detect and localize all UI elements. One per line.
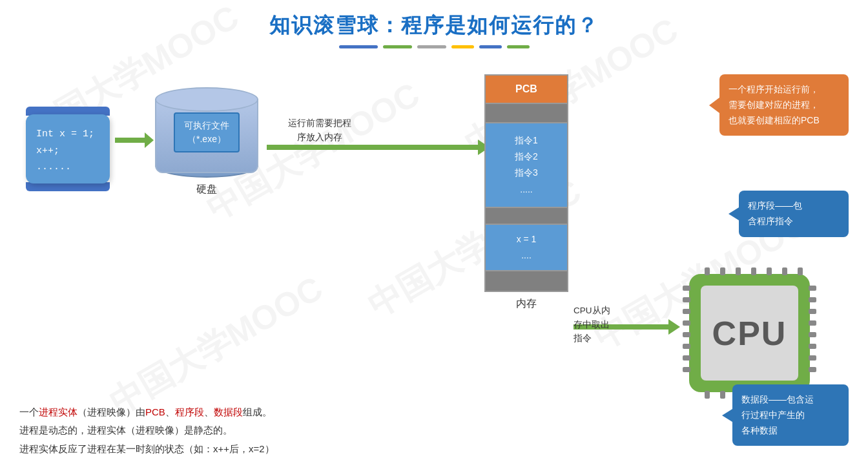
- bar-seg-6: [507, 45, 530, 48]
- callout-program-segment: 程序段——包含程序指令: [739, 191, 849, 237]
- cpu-note-line3: 指令: [574, 331, 610, 346]
- bar-seg-5: [479, 45, 502, 48]
- callout-pcb: 一个程序开始运行前，需要创建对应的进程，也就要创建相应的PCB: [719, 74, 849, 136]
- pin-r1: [809, 286, 816, 291]
- pin-l6: [683, 344, 690, 349]
- pin-r8: [809, 367, 816, 372]
- bt-prog-seg: 程序段: [175, 406, 204, 417]
- cpu-chip-wrap: CPU: [689, 274, 810, 392]
- memory-wrap: PCB 指令1 指令2 指令3 ..... x = 1 .... 内存: [484, 74, 568, 311]
- cyl-top: [155, 87, 258, 112]
- mem-pcb: PCB: [486, 76, 567, 104]
- memory-block: PCB 指令1 指令2 指令3 ..... x = 1 ....: [484, 74, 568, 292]
- mem-instructions: 指令1 指令2 指令3 .....: [486, 123, 567, 208]
- callout-data-segment: 数据段——包含运行过程中产生的各种数据: [732, 384, 849, 446]
- pin-t2: [720, 267, 725, 275]
- bar-seg-1: [339, 45, 378, 48]
- pin-t1: [705, 267, 710, 275]
- cpu-pins-top: [705, 267, 803, 275]
- pin-l7: [683, 355, 690, 361]
- pin-b1: [705, 391, 710, 399]
- pin-l2: [683, 297, 690, 302]
- bar-seg-3: [417, 45, 446, 48]
- pin-l4: [683, 320, 690, 326]
- bottom-text: 一个进程实体（进程映像）由PCB、程序段、数据段组成。 进程是动态的，进程实体（…: [19, 403, 274, 459]
- bt-suf: 组成。: [243, 406, 272, 417]
- cylinder: 可执行文件 （*.exe）: [155, 87, 258, 178]
- run-note: 运行前需要把程序放入内存: [287, 116, 352, 144]
- bar-seg-4: [451, 45, 474, 48]
- data-2: ....: [491, 247, 562, 264]
- mem-gray-bot: [486, 271, 567, 291]
- mem-data: x = 1 ....: [486, 225, 567, 271]
- instr-2: 指令2: [491, 149, 562, 165]
- code-line3: ......: [36, 159, 99, 176]
- scroll-body: Int x = 1; x++; ......: [26, 114, 110, 183]
- code-text: Int x = 1; x++; ......: [36, 126, 99, 176]
- scroll-curl-bottom: [26, 182, 110, 191]
- pin-l3: [683, 309, 690, 314]
- pin-l8: [683, 367, 690, 372]
- instr-1: 指令1: [491, 132, 562, 149]
- bt-mid2: 、: [165, 406, 175, 417]
- pin-r3: [809, 309, 816, 314]
- cpu-pins-right: [809, 286, 816, 372]
- cpu-pins-left: [683, 286, 690, 372]
- callout-prog-text: 程序段——包含程序指令: [748, 200, 802, 226]
- bt-pre: 一个: [19, 406, 39, 417]
- main-content: Int x = 1; x++; ...... 可执行文件 （*.exe） 硬盘: [0, 55, 868, 471]
- callout-pcb-text: 一个程序开始运行前，需要创建对应的进程，也就要创建相应的PCB: [728, 84, 820, 125]
- bottom-line2: 进程是动态的，进程实体（进程映像）是静态的。: [19, 421, 274, 440]
- code-scroll: Int x = 1; x++; ......: [26, 107, 110, 191]
- run-note-text: 运行前需要把程序放入内存: [288, 118, 351, 142]
- color-bar: [0, 45, 868, 48]
- exe-label-line1: 可执行文件: [184, 119, 229, 132]
- pin-l5: [683, 332, 690, 337]
- cpu-note-line1: CPU从内: [574, 304, 610, 318]
- instr-3: 指令3: [491, 165, 562, 181]
- cpu-from-mem-note: CPU从内 存中取出 指令: [574, 304, 610, 346]
- pin-r4: [809, 320, 816, 326]
- bt-mid3: 、: [204, 406, 214, 417]
- disk-caption: 硬盘: [152, 183, 262, 196]
- cpu-label: CPU: [712, 314, 787, 353]
- pin-t6: [782, 267, 787, 275]
- cpu-inner: CPU: [701, 286, 798, 381]
- pin-t7: [798, 267, 803, 275]
- cpu-chip: CPU: [689, 274, 810, 392]
- disk-wrap: 可执行文件 （*.exe） 硬盘: [152, 87, 262, 196]
- pin-r2: [809, 297, 816, 302]
- page-title: 知识滚雪球：程序是如何运行的？: [0, 0, 868, 40]
- bt-process-entity: 进程实体: [39, 406, 78, 417]
- bottom-line3: 进程实体反应了进程在某一时刻的状态（如：x++后，x=2）: [19, 440, 274, 459]
- pin-l1: [683, 286, 690, 291]
- pin-t5: [767, 267, 772, 275]
- instr-4: .....: [491, 182, 562, 198]
- memory-caption: 内存: [484, 297, 568, 311]
- bt-mid1: （进程映像）由: [78, 406, 145, 417]
- bt-pcb: PCB: [145, 406, 165, 417]
- code-line1: Int x = 1;: [36, 126, 99, 143]
- code-line2: x++;: [36, 143, 99, 160]
- exe-label: 可执行文件 （*.exe）: [174, 112, 240, 152]
- pin-r7: [809, 355, 816, 361]
- mem-gray-top: [486, 104, 567, 123]
- cpu-note-line2: 存中取出: [574, 318, 610, 332]
- bottom-line1: 一个进程实体（进程映像）由PCB、程序段、数据段组成。: [19, 403, 274, 422]
- pin-r6: [809, 344, 816, 349]
- exe-label-line2: （*.exe）: [184, 132, 229, 146]
- callout-data-text: 数据段——包含运行过程中产生的各种数据: [741, 394, 814, 435]
- data-1: x = 1: [491, 231, 562, 247]
- pin-r5: [809, 332, 816, 337]
- bt-data-seg: 数据段: [214, 406, 243, 417]
- pin-t3: [736, 267, 741, 275]
- pin-b2: [720, 391, 725, 399]
- bar-seg-2: [383, 45, 412, 48]
- mem-gray-mid: [486, 208, 567, 225]
- pin-t4: [751, 267, 756, 275]
